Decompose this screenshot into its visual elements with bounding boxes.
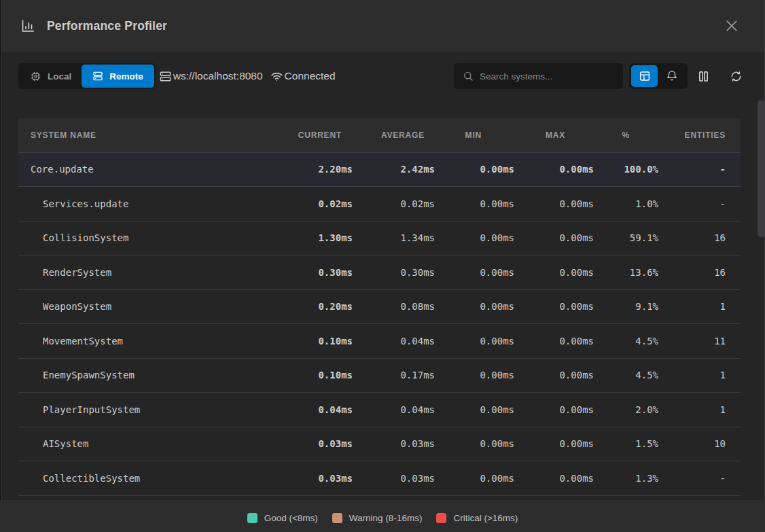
current-cell: 0.03ms: [271, 473, 353, 484]
close-icon[interactable]: [724, 18, 739, 33]
entities-cell: 16: [658, 267, 726, 278]
entities-cell: 10: [658, 438, 726, 449]
average-cell: 0.03ms: [353, 473, 435, 484]
remote-mode-label: Remote: [109, 71, 143, 82]
view-toggle-group: [629, 63, 688, 89]
refresh-button[interactable]: [730, 70, 743, 83]
column-header-entities[interactable]: ENTITIES: [658, 130, 726, 140]
current-cell: 0.02ms: [271, 198, 353, 209]
system-name-cell: Services.update: [31, 198, 271, 209]
table-row[interactable]: PlayerInputSystem0.04ms0.04ms0.00ms0.00m…: [18, 393, 741, 427]
legend-footer: Good (<8ms) Warning (8-16ms) Critical (>…: [0, 500, 765, 532]
average-cell: 0.30ms: [353, 267, 435, 278]
current-cell: 0.03ms: [271, 438, 353, 449]
min-cell: 0.00ms: [435, 370, 514, 380]
entities-cell: -: [658, 198, 726, 209]
table-row[interactable]: MovementSystem0.10ms0.04ms0.00ms0.00ms4.…: [18, 324, 741, 359]
table-body: Core.update2.20ms2.42ms0.00ms0.00ms100.0…: [18, 153, 741, 496]
percent-cell: 4.5%: [594, 336, 658, 347]
table-row[interactable]: WeaponSystem0.20ms0.08ms0.00ms0.00ms9.1%…: [18, 290, 741, 325]
column-header-max[interactable]: MAX: [514, 130, 594, 140]
system-name-cell: Core.update: [31, 164, 271, 175]
connection-url: ws://localhost:8080: [159, 70, 263, 83]
table-row[interactable]: CollisionSystem1.30ms1.34ms0.00ms0.00ms5…: [18, 221, 741, 256]
host-icon: [159, 70, 172, 83]
table-row[interactable]: Core.update2.20ms2.42ms0.00ms0.00ms100.0…: [18, 153, 741, 188]
local-mode-label: Local: [48, 71, 71, 82]
entities-cell: 1: [658, 301, 726, 312]
good-swatch: [247, 513, 257, 523]
column-header-average[interactable]: AVERAGE: [353, 130, 435, 140]
average-cell: 0.17ms: [353, 370, 435, 380]
max-cell: 0.00ms: [514, 473, 594, 484]
critical-swatch: [436, 513, 446, 523]
max-cell: 0.00ms: [514, 164, 594, 175]
min-cell: 0.00ms: [435, 336, 514, 347]
current-cell: 1.30ms: [271, 232, 353, 243]
bar-chart-icon: [20, 18, 35, 33]
entities-cell: -: [658, 473, 726, 484]
percent-cell: 1.5%: [594, 438, 658, 449]
mode-toggle-group: Local Remote: [18, 63, 156, 89]
current-cell: 0.30ms: [271, 267, 353, 278]
entities-cell: 16: [658, 232, 726, 243]
system-name-cell: CollectibleSystem: [31, 473, 271, 484]
average-cell: 1.34ms: [353, 232, 435, 243]
search-icon: [463, 71, 474, 82]
window-left-border: [1, 0, 1, 532]
pause-button[interactable]: [696, 69, 711, 84]
entities-cell: 1: [658, 370, 726, 380]
legend-item-critical: Critical (>16ms): [436, 513, 518, 523]
entities-cell: 11: [658, 336, 726, 347]
average-cell: 2.42ms: [353, 164, 435, 175]
page-title: Performance Profiler: [47, 19, 167, 33]
warning-label: Warning (8-16ms): [349, 513, 423, 523]
remote-mode-button[interactable]: Remote: [82, 65, 154, 88]
good-label: Good (<8ms): [264, 513, 318, 523]
entities-cell: 1: [658, 404, 726, 415]
column-header-current[interactable]: CURRENT: [271, 130, 353, 140]
min-cell: 0.00ms: [435, 232, 514, 243]
max-cell: 0.00ms: [514, 438, 594, 449]
search-placeholder: Search systems...: [480, 71, 552, 82]
systems-table: SYSTEM NAME CURRENT AVERAGE MIN MAX % EN…: [18, 118, 741, 496]
table-row[interactable]: CollectibleSystem0.03ms0.03ms0.00ms0.00m…: [18, 461, 741, 496]
average-cell: 0.04ms: [353, 336, 435, 347]
critical-label: Critical (>16ms): [453, 513, 518, 523]
average-cell: 0.03ms: [353, 438, 435, 449]
alerts-button[interactable]: [658, 65, 686, 87]
legend-item-warning: Warning (8-16ms): [332, 513, 423, 523]
min-cell: 0.00ms: [435, 438, 514, 449]
titlebar: Performance Profiler: [0, 0, 765, 52]
percent-cell: 1.0%: [594, 198, 658, 209]
search-input[interactable]: Search systems...: [454, 63, 623, 89]
system-name-cell: WeaponSystem: [31, 301, 271, 312]
percent-cell: 4.5%: [594, 370, 658, 380]
current-cell: 0.20ms: [271, 301, 353, 312]
table-row[interactable]: EnemySpawnSystem0.10ms0.17ms0.00ms0.00ms…: [18, 359, 741, 393]
table-row[interactable]: AISystem0.03ms0.03ms0.00ms0.00ms1.5%10: [18, 427, 741, 462]
min-cell: 0.00ms: [435, 164, 514, 175]
system-name-cell: PlayerInputSystem: [31, 404, 271, 415]
table-view-button[interactable]: [631, 65, 658, 87]
column-header-min[interactable]: MIN: [435, 130, 514, 140]
system-name-cell: EnemySpawnSystem: [31, 370, 271, 380]
toolbar: Local Remote ws://localhost:8080: [0, 63, 765, 89]
column-header-percent[interactable]: %: [594, 130, 658, 140]
column-header-system-name[interactable]: SYSTEM NAME: [31, 130, 271, 140]
table-row[interactable]: Services.update0.02ms0.02ms0.00ms0.00ms1…: [18, 187, 741, 221]
max-cell: 0.00ms: [514, 301, 594, 312]
max-cell: 0.00ms: [514, 232, 594, 243]
percent-cell: 100.0%: [594, 164, 658, 175]
table-row[interactable]: RenderSystem0.30ms0.30ms0.00ms0.00ms13.6…: [18, 255, 741, 290]
local-mode-button[interactable]: Local: [20, 65, 82, 88]
current-cell: 0.04ms: [271, 404, 353, 415]
system-name-cell: MovementSystem: [31, 336, 271, 347]
min-cell: 0.00ms: [435, 267, 514, 278]
current-cell: 2.20ms: [271, 164, 353, 175]
legend-item-good: Good (<8ms): [247, 513, 318, 523]
connection-status: Connected: [270, 70, 336, 83]
max-cell: 0.00ms: [514, 198, 594, 209]
max-cell: 0.00ms: [514, 404, 594, 415]
system-name-cell: AISystem: [31, 438, 271, 449]
